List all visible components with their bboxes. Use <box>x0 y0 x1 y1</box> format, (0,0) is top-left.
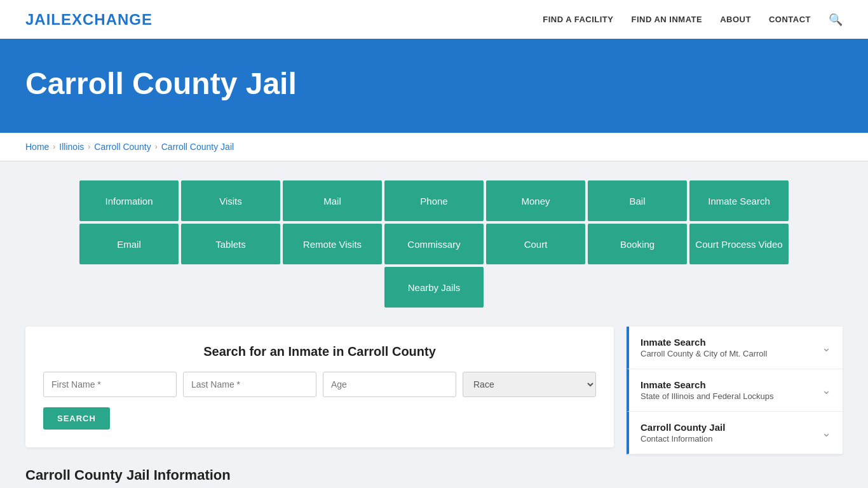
btn-court-process-video[interactable]: Court Process Video <box>689 224 789 264</box>
breadcrumb: Home › Illinois › Carroll County › Carro… <box>25 142 843 152</box>
nav-about[interactable]: ABOUT <box>720 15 751 24</box>
search-fields: Race White Black Hispanic Asian Other <box>43 372 596 397</box>
sidebar-title-1: Inmate Search <box>641 337 767 348</box>
breadcrumb-current: Carroll County Jail <box>161 142 234 152</box>
main-area: Information Visits Mail Phone Money Bail… <box>0 161 868 488</box>
age-input[interactable] <box>323 372 456 397</box>
btn-phone[interactable]: Phone <box>384 180 484 221</box>
nav-find-inmate[interactable]: FIND AN INMATE <box>631 15 702 24</box>
btn-mail[interactable]: Mail <box>283 180 382 221</box>
sidebar-item-inmate-search-1[interactable]: Inmate Search Carroll County & City of M… <box>627 327 843 369</box>
search-title: Search for an Inmate in Carroll County <box>43 344 596 359</box>
bottom-section: Carroll County Jail Information <box>25 467 843 484</box>
btn-email[interactable]: Email <box>79 224 179 264</box>
sidebar-item-contact-info[interactable]: Carroll County Jail Contact Information … <box>627 412 843 454</box>
chevron-down-icon-3: ⌄ <box>822 426 831 440</box>
sidebar-title-3: Carroll County Jail <box>641 422 725 433</box>
btn-booking[interactable]: Booking <box>588 224 687 264</box>
sidebar-subtitle-1: Carroll County & City of Mt. Carroll <box>641 349 767 358</box>
grid-row-3: Nearby Jails <box>384 267 484 308</box>
chevron-icon-1: › <box>53 142 55 151</box>
btn-remote-visits[interactable]: Remote Visits <box>283 224 382 264</box>
btn-visits[interactable]: Visits <box>181 180 280 221</box>
chevron-down-icon-1: ⌄ <box>822 341 831 355</box>
breadcrumb-bar: Home › Illinois › Carroll County › Carro… <box>0 133 868 161</box>
btn-inmate-search[interactable]: Inmate Search <box>689 180 789 221</box>
logo-blue: EXCHANGE <box>61 11 153 28</box>
btn-information[interactable]: Information <box>79 180 179 221</box>
nav-links: FIND A FACILITY FIND AN INMATE ABOUT CON… <box>543 13 843 27</box>
btn-commissary[interactable]: Commissary <box>384 224 484 264</box>
nav-find-facility[interactable]: FIND A FACILITY <box>543 15 613 24</box>
breadcrumb-carroll-county[interactable]: Carroll County <box>94 142 151 152</box>
chevron-icon-2: › <box>88 142 90 151</box>
page-title: Carroll County Jail <box>25 66 843 101</box>
breadcrumb-home[interactable]: Home <box>25 142 49 152</box>
breadcrumb-illinois[interactable]: Illinois <box>59 142 84 152</box>
btn-money[interactable]: Money <box>486 180 585 221</box>
race-select[interactable]: Race White Black Hispanic Asian Other <box>463 372 596 397</box>
sidebar-subtitle-2: State of Illinois and Federal Lockups <box>641 391 774 401</box>
grid-row-1: Information Visits Mail Phone Money Bail… <box>79 180 789 221</box>
first-name-input[interactable] <box>43 372 177 397</box>
navbar: JAILEXCHANGE FIND A FACILITY FIND AN INM… <box>0 0 868 41</box>
btn-court[interactable]: Court <box>486 224 585 264</box>
logo-black: JAIL <box>25 11 61 28</box>
grid-row-2: Email Tablets Remote Visits Commissary C… <box>79 224 789 264</box>
nav-contact[interactable]: CONTACT <box>769 15 811 24</box>
hero-banner: Carroll County Jail <box>0 41 868 133</box>
chevron-down-icon-2: ⌄ <box>822 383 831 397</box>
btn-tablets[interactable]: Tablets <box>181 224 280 264</box>
search-icon[interactable]: 🔍 <box>829 13 843 27</box>
lower-section: Search for an Inmate in Carroll County R… <box>25 327 843 454</box>
button-grid: Information Visits Mail Phone Money Bail… <box>25 180 843 308</box>
sidebar-subtitle-3: Contact Information <box>641 434 725 444</box>
logo[interactable]: JAILEXCHANGE <box>25 11 153 29</box>
btn-bail[interactable]: Bail <box>588 180 687 221</box>
sidebar-item-inmate-search-2[interactable]: Inmate Search State of Illinois and Fede… <box>627 369 843 412</box>
search-card: Search for an Inmate in Carroll County R… <box>25 327 614 447</box>
bottom-title: Carroll County Jail Information <box>25 467 843 484</box>
btn-nearby-jails[interactable]: Nearby Jails <box>384 267 484 308</box>
search-button[interactable]: SEARCH <box>43 407 110 430</box>
last-name-input[interactable] <box>183 372 316 397</box>
sidebar-title-2: Inmate Search <box>641 379 774 390</box>
chevron-icon-3: › <box>155 142 158 151</box>
sidebar-cards: Inmate Search Carroll County & City of M… <box>627 327 843 454</box>
